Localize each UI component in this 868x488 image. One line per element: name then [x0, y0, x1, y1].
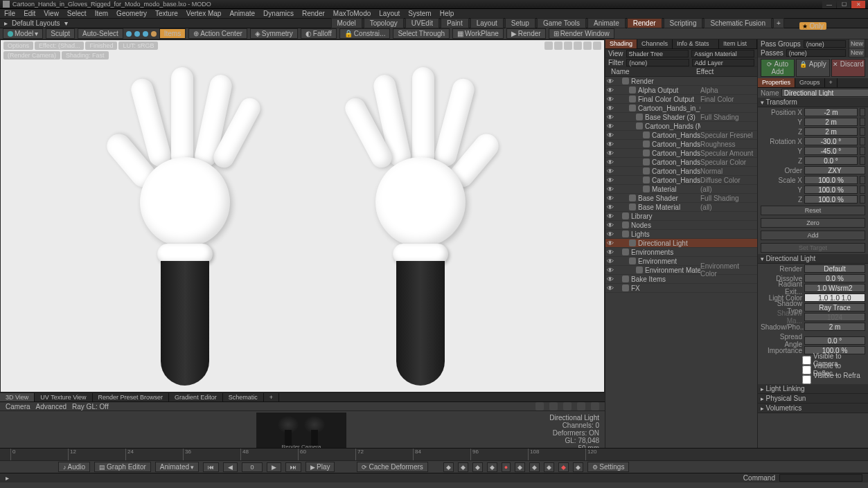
play-button[interactable]: ▶ Play: [305, 462, 335, 472]
settings-button[interactable]: ⚙ Settings: [587, 462, 629, 472]
tab-uvedit[interactable]: UVEdit: [405, 18, 439, 28]
vp-maximize-icon[interactable]: [574, 42, 582, 50]
visibility-icon[interactable]: 👁: [607, 284, 614, 291]
posy-field[interactable]: 2 m: [804, 118, 858, 126]
posz-field[interactable]: 2 m: [804, 127, 858, 136]
render-window-button[interactable]: ⊞ Render Window: [549, 28, 614, 39]
cache-deformers-button[interactable]: ⟳ Cache Deformers: [357, 462, 427, 472]
light-linking-section[interactable]: ▸ Light Linking: [758, 384, 868, 394]
visibility-icon[interactable]: 👁: [607, 213, 614, 219]
first-frame-button[interactable]: ⏮: [203, 462, 219, 472]
tab-animate[interactable]: Animate: [587, 18, 626, 28]
visibility-icon[interactable]: 👁: [607, 248, 614, 255]
posx-field[interactable]: -2 m: [804, 108, 858, 116]
rotz-field[interactable]: 0.0 °: [804, 156, 858, 165]
autoselect-button[interactable]: Auto-Select: [78, 28, 123, 39]
visibility-icon[interactable]: 👁: [607, 159, 614, 165]
visibility-icon[interactable]: 👁: [607, 222, 614, 228]
falloff-button[interactable]: ◐ Falloff: [301, 28, 337, 39]
camera-dropdown[interactable]: Camera: [6, 403, 30, 410]
tree-row[interactable]: 👁Cartoon_Hands (Material): [605, 122, 757, 131]
scaley-field[interactable]: 100.0 %: [804, 186, 858, 194]
menu-system[interactable]: System: [408, 10, 431, 17]
constrain-button[interactable]: 🔒 Constrai...: [339, 28, 391, 39]
tab-topology[interactable]: Topology: [364, 18, 404, 28]
mini-pan-icon[interactable]: [535, 402, 544, 410]
visibility-icon[interactable]: 👁: [607, 231, 614, 237]
rotx-field[interactable]: -30.0 °: [804, 137, 858, 145]
select-through-button[interactable]: Select Through: [393, 28, 450, 39]
filter-dropdown[interactable]: (none): [626, 59, 689, 66]
audio-button[interactable]: ♪ Audio: [58, 462, 90, 472]
spinner-icon[interactable]: [860, 137, 865, 145]
visibility-icon[interactable]: 👁: [607, 150, 614, 156]
vp-effect[interactable]: Effect: (Shad...: [35, 42, 84, 50]
discard-button[interactable]: ✕ Discard: [831, 59, 865, 77]
tree-row[interactable]: 👁Base Shader (3)Full Shading: [605, 113, 757, 122]
menu-select[interactable]: Select: [67, 10, 87, 17]
btab-preset[interactable]: Render Preset Browser: [93, 393, 170, 401]
tab-paint[interactable]: Paint: [441, 18, 469, 28]
sel-mode-1-icon[interactable]: [126, 31, 132, 37]
menu-help[interactable]: Help: [440, 10, 454, 17]
key-8-icon[interactable]: ◆: [544, 462, 554, 472]
mini-zoom-icon[interactable]: [563, 402, 572, 410]
visibility-icon[interactable]: 👁: [607, 87, 614, 93]
apply-button[interactable]: 🔒 Apply: [796, 59, 830, 77]
visibility-icon[interactable]: 👁: [607, 105, 614, 111]
visibility-icon[interactable]: 👁: [607, 257, 614, 264]
vp-pan-icon[interactable]: [544, 42, 553, 50]
shader-tree[interactable]: 👁Render👁Alpha OutputAlpha👁Final Color Ou…: [605, 77, 757, 448]
visibility-icon[interactable]: 👁: [607, 195, 614, 201]
scalez-field[interactable]: 100.0 %: [804, 195, 858, 204]
spinner-icon[interactable]: [860, 186, 865, 194]
ptab-itemlist[interactable]: Item List ...: [719, 39, 757, 48]
menu-dynamics[interactable]: Dynamics: [263, 10, 294, 17]
visibility-icon[interactable]: 👁: [607, 266, 614, 273]
shadowtype-field[interactable]: Ray Trace: [804, 303, 865, 311]
key-1-icon[interactable]: ◆: [443, 462, 454, 472]
tree-row[interactable]: 👁Cartoon_Hands_gloss ...Roughness: [605, 140, 757, 149]
vp-wireframe-icon[interactable]: [583, 42, 592, 50]
key-2-icon[interactable]: ◆: [458, 462, 468, 472]
passes-dropdown[interactable]: (none): [786, 49, 846, 57]
tree-row[interactable]: 👁Render: [605, 77, 757, 86]
key-4-icon[interactable]: ◆: [487, 462, 497, 472]
viewport[interactable]: Options Effect: (Shad... Finished LUT: s…: [0, 39, 605, 392]
shadowmap-field[interactable]: 1024: [804, 313, 865, 321]
next-frame-button[interactable]: ▶: [267, 462, 281, 472]
key-6-icon[interactable]: ◆: [515, 462, 525, 472]
shadowpho-field[interactable]: 2 m: [804, 323, 865, 331]
dl-section[interactable]: ▾ Directional Light: [758, 254, 868, 264]
tree-row[interactable]: 👁Cartoon_Hands_bump ...Normal: [605, 167, 757, 176]
ptab-shading[interactable]: Shading: [605, 39, 637, 48]
add-button[interactable]: Add: [761, 231, 865, 240]
key-9-icon[interactable]: ◆: [558, 462, 569, 472]
vp-menu-icon[interactable]: [593, 42, 601, 50]
visibility-icon[interactable]: 👁: [607, 275, 614, 282]
items-button[interactable]: Items: [159, 28, 186, 39]
tree-row[interactable]: 👁Alpha OutputAlpha: [605, 86, 757, 95]
vp-lut[interactable]: LUT: sRGB: [118, 42, 158, 50]
menu-item[interactable]: Item: [95, 10, 108, 17]
zero-button[interactable]: Zero: [761, 218, 865, 228]
mini-max-icon[interactable]: [577, 402, 585, 410]
raygl-toggle[interactable]: Ray GL: Off: [72, 403, 109, 410]
ptab-channels[interactable]: Channels: [637, 39, 673, 48]
key-10-icon[interactable]: ◆: [573, 462, 583, 472]
passes-new[interactable]: New: [849, 48, 865, 57]
lightcolor-field[interactable]: 1.0 1.0 1.0: [804, 293, 865, 302]
visibility-icon[interactable]: 👁: [607, 114, 614, 120]
menu-edit[interactable]: Edit: [24, 10, 35, 17]
visibility-icon[interactable]: 👁: [607, 132, 614, 138]
reset-button[interactable]: Reset: [761, 206, 865, 215]
vis-refra-checkbox[interactable]: [802, 375, 811, 384]
anim-mode-dropdown[interactable]: Animated ▾: [155, 462, 199, 472]
timeline[interactable]: 01224364860728496108120: [0, 448, 868, 460]
btab-3dview[interactable]: 3D View: [0, 393, 35, 401]
ptab-info[interactable]: Info & Stats ...: [673, 39, 719, 48]
frame-field[interactable]: 0: [242, 462, 263, 472]
vp-shading[interactable]: Shading: Fast: [62, 51, 109, 60]
menu-maxtomodo[interactable]: MaxToModo: [333, 10, 371, 17]
last-frame-button[interactable]: ⏭: [285, 462, 301, 472]
